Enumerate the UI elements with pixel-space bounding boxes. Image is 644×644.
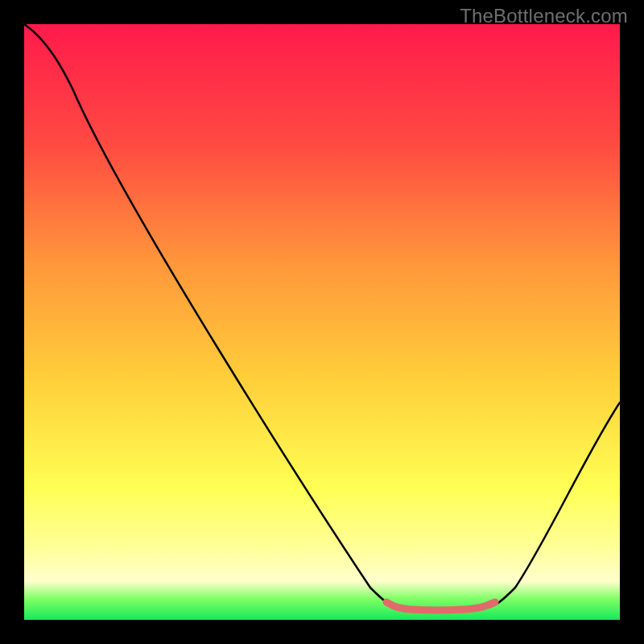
bottleneck-curve [24, 24, 620, 609]
bottom-accent [386, 602, 495, 610]
plot-area [24, 24, 620, 620]
chart-frame: TheBottleneck.com [0, 0, 644, 644]
curve-layer [24, 24, 620, 620]
